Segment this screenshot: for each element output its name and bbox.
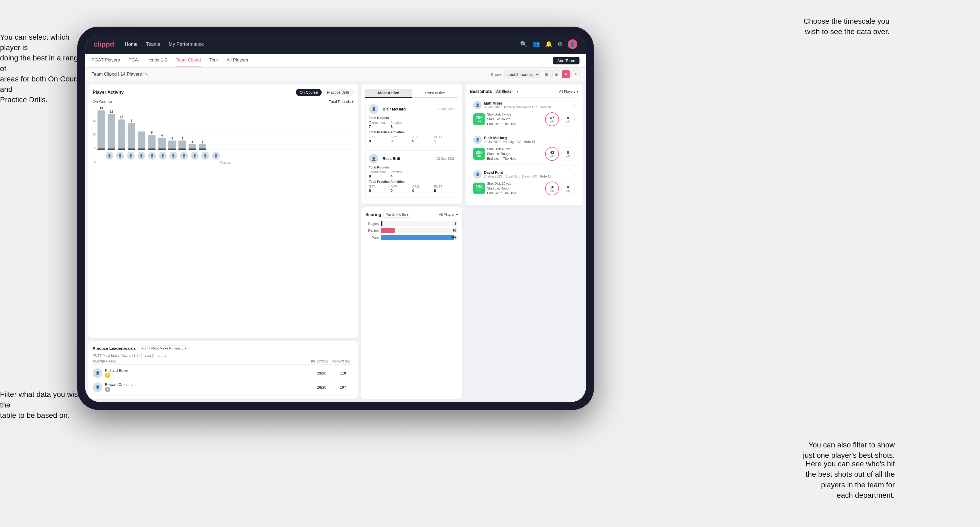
shot-card-2[interactable]: 👤 David Ford 24 Aug 2023 · Royal North D… bbox=[470, 167, 578, 199]
sub-nav-pgat[interactable]: PGAT Players bbox=[92, 54, 120, 67]
player-avatar-10[interactable]: 👤 bbox=[212, 152, 220, 160]
chevron-right-icon-1: › bbox=[573, 137, 575, 143]
tablet-screen: clippd Home Teams My Performance 🔍 👥 🔔 ⊕… bbox=[85, 35, 586, 402]
shot-card-0[interactable]: 👤 Matt Miller 09 Jun 2023 · Royal North … bbox=[470, 97, 578, 130]
sub-nav-hcaps[interactable]: Hcaps 1-5 bbox=[146, 54, 167, 67]
bar-group-0: 13 bbox=[97, 107, 105, 149]
best-shots-card: Best Shots All Shots ▾ All Players ▾ bbox=[466, 84, 583, 205]
most-active-tabs: Most Active Least Active bbox=[365, 89, 458, 98]
bar-group-5: 5 bbox=[148, 131, 156, 149]
shot-player-row-0: 👤 Matt Miller 09 Jun 2023 · Royal North … bbox=[473, 101, 575, 110]
view-heart-button[interactable]: ♥ bbox=[562, 70, 570, 78]
plus-icon[interactable]: ⊕ bbox=[558, 41, 562, 48]
bell-icon[interactable]: 🔔 bbox=[545, 41, 552, 48]
chevron-right-icon-0: › bbox=[573, 103, 575, 108]
player-avatar-0[interactable]: 👤 bbox=[105, 152, 113, 160]
tab-on-course[interactable]: On Course bbox=[296, 89, 322, 96]
shot-avatar-1: 👤 bbox=[473, 135, 482, 144]
scoring-title: Scoring bbox=[365, 213, 381, 217]
leaderboard-row-1[interactable]: 👤 Edward Crossman 2 18/20 107 bbox=[93, 380, 354, 394]
view-list-button[interactable]: ≡ bbox=[571, 70, 579, 78]
player-avatar-9[interactable]: 👤 bbox=[201, 152, 209, 160]
activity-tabs: On Course Practice Drills bbox=[296, 89, 354, 96]
nav-item-my-performance[interactable]: My Performance bbox=[169, 41, 204, 47]
scoring-birdies-row: Birdies 96 bbox=[365, 228, 458, 233]
bar-group-7: 3 bbox=[168, 137, 176, 149]
search-icon[interactable]: 🔍 bbox=[520, 41, 527, 48]
scoring-eagles-bar: 3 bbox=[381, 221, 458, 226]
tab-most-active[interactable]: Most Active bbox=[365, 89, 412, 98]
chevron-right-icon-2: › bbox=[573, 171, 575, 177]
leaderboard-row-0[interactable]: 👤 Richard Butler 1 19/20 110 bbox=[93, 366, 354, 380]
scoring-card: Scoring Par 3, 4 & 5s ▾ All Players ▾ Ea… bbox=[361, 207, 462, 399]
player-avatar-6[interactable]: 👤 bbox=[169, 152, 177, 160]
player-avatar-7[interactable]: 👤 bbox=[180, 152, 188, 160]
leaderboard-dropdown[interactable]: PUTT Must Make Putting ... ▾ bbox=[139, 345, 189, 351]
sub-nav-team-clippd[interactable]: Team Clippd bbox=[176, 54, 201, 67]
team-title: Team Clippd | 14 Players bbox=[92, 71, 142, 77]
shot-info-2: Shot Dist: 16 ydsStart Lie: RoughEnd Lie… bbox=[487, 181, 543, 195]
bar-group-2: 10 bbox=[118, 116, 125, 149]
avatar[interactable]: 👤 bbox=[568, 40, 578, 49]
scoring-birdies-bar: 96 bbox=[381, 228, 458, 233]
annotation-player-select-text: You can select which player is doing the… bbox=[0, 33, 84, 104]
annotation-timescale-text: Choose the timescale you wish to see the… bbox=[804, 17, 889, 36]
best-shots-title: Best Shots bbox=[470, 89, 492, 94]
scoring-filter[interactable]: Par 3, 4 & 5s ▾ bbox=[383, 211, 411, 218]
sub-nav-all-players[interactable]: All Players bbox=[227, 54, 248, 67]
lb-avg-1: 107 bbox=[332, 385, 354, 389]
annotation-player-select: You can select which player is doing the… bbox=[0, 32, 85, 105]
sub-nav-pga[interactable]: PGA bbox=[128, 54, 138, 67]
sub-nav-tour[interactable]: Tour bbox=[209, 54, 218, 67]
all-players-filter[interactable]: All Players ▾ bbox=[559, 89, 578, 94]
scoring-players-filter[interactable]: All Players ▾ bbox=[439, 213, 458, 217]
shot-details-0: 200 SG Shot Dist: 67 ydsStart Lie: Rough… bbox=[473, 112, 575, 126]
annotation-best-shots-text: Here you can see who's hit the best shot… bbox=[806, 460, 895, 499]
nav-logo: clippd bbox=[94, 40, 114, 48]
scoring-eagles-label: Eagles bbox=[365, 222, 379, 226]
player-avatar-4[interactable]: 👤 bbox=[148, 152, 156, 160]
bar-group-10: 2 bbox=[199, 140, 206, 149]
chevron-down-icon: ▾ bbox=[352, 100, 354, 104]
most-active-card: Most Active Least Active 👤 Blair McHarg … bbox=[361, 84, 462, 204]
annotation-filter-player: You can also filter to show just one pla… bbox=[803, 440, 895, 460]
nav-item-home[interactable]: Home bbox=[125, 41, 138, 47]
shot-player-name-0: Matt Miller bbox=[484, 101, 571, 105]
bar-group-4 bbox=[138, 131, 145, 149]
edit-icon[interactable]: ✎ bbox=[145, 72, 148, 77]
scoring-bars: Eagles 3 Birdies 96 bbox=[365, 221, 458, 240]
player-avatar-1[interactable]: 👤 bbox=[116, 152, 124, 160]
player-avatar-2[interactable]: 👤 bbox=[127, 152, 135, 160]
shot-player-meta-0: 09 Jun 2023 · Royal North Devon GC Hole … bbox=[484, 105, 571, 109]
add-team-button[interactable]: Add Team bbox=[553, 57, 579, 64]
nav-item-teams[interactable]: Teams bbox=[146, 41, 160, 47]
tab-all-shots[interactable]: All Shots bbox=[494, 89, 514, 94]
view-grid4-button[interactable]: ⊞ bbox=[543, 70, 551, 78]
lb-rank-1: 2 bbox=[105, 387, 110, 392]
view-grid-button[interactable]: ▦ bbox=[552, 70, 560, 78]
tab-least-active[interactable]: Least Active bbox=[412, 89, 458, 98]
bars-area: 13 12 bbox=[97, 107, 354, 149]
annotation-filter-text: Filter what data you wish the table to b… bbox=[0, 390, 82, 419]
bar-group-3: 9 bbox=[128, 119, 135, 149]
total-rounds-dropdown[interactable]: Total Rounds ▾ bbox=[329, 100, 354, 104]
shot-player-info-1: Blair McHarg 23 Jul 2023 · Ashridge GC H… bbox=[484, 136, 571, 144]
shot-stat-dist-2: 16 yds bbox=[545, 181, 559, 195]
left-column: Player Activity On Course Practice Drill… bbox=[88, 84, 358, 399]
shot-stat-remain-2: 0 yds bbox=[561, 181, 575, 195]
ma-player-block-0: 👤 Blair McHarg 26 Aug 2023 Total Rounds … bbox=[365, 101, 458, 148]
show-label: Show: bbox=[491, 72, 502, 77]
player-avatar-3[interactable]: 👤 bbox=[137, 152, 145, 160]
shot-player-row-2: 👤 David Ford 24 Aug 2023 · Royal North D… bbox=[473, 170, 575, 179]
users-icon[interactable]: 👥 bbox=[533, 41, 540, 48]
tab-shots-chevron: ▾ bbox=[514, 89, 520, 94]
ma-player-header-1: 👤 Rees Britt 02 Sep 2023 bbox=[369, 154, 455, 163]
tab-practice-drills[interactable]: Practice Drills bbox=[323, 89, 354, 96]
player-avatar-8[interactable]: 👤 bbox=[191, 152, 199, 160]
player-avatar-5[interactable]: 👤 bbox=[159, 152, 167, 160]
annotation-filter-player-text: You can also filter to show just one pla… bbox=[803, 441, 895, 459]
shot-card-1[interactable]: 👤 Blair McHarg 23 Jul 2023 · Ashridge GC… bbox=[470, 132, 578, 165]
scoring-pars-label: Pars bbox=[365, 236, 379, 240]
show-select[interactable]: Last 3 months Last 6 months Last year bbox=[504, 71, 539, 78]
chevron-down-icon: ▾ bbox=[185, 346, 187, 350]
